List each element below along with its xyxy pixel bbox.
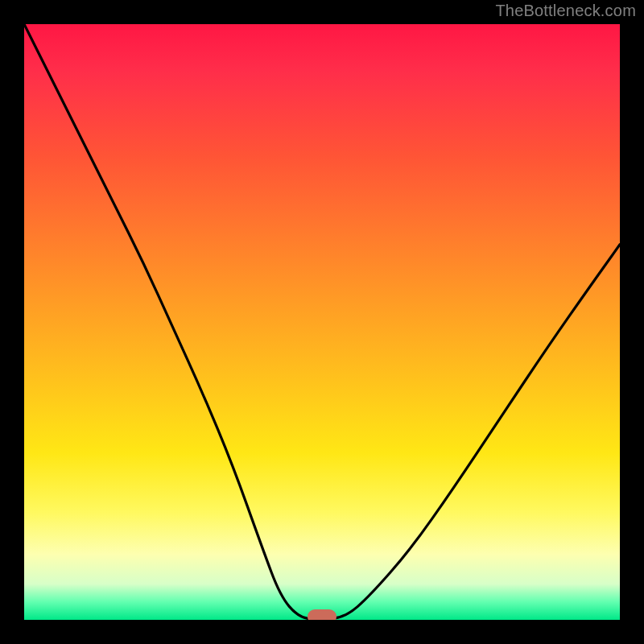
chart-frame: TheBottleneck.com xyxy=(0,0,644,644)
bottleneck-curve xyxy=(24,24,620,620)
plot-area xyxy=(24,24,620,620)
optimal-point-marker xyxy=(308,609,336,620)
watermark-text: TheBottleneck.com xyxy=(495,2,636,20)
